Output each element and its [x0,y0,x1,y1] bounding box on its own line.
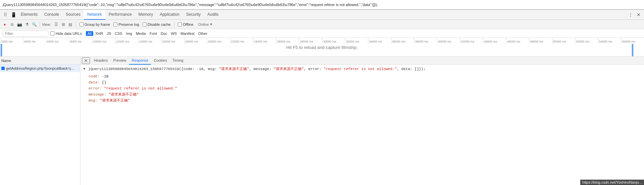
filter-manifest[interactable]: Manifest [179,31,196,36]
tab-memory[interactable]: Memory [135,10,156,20]
request-item[interactable]: getAddressRegion.php?jsonpcallback=jQuer… [0,65,80,72]
ruler-tick: 52000 ms [575,38,598,44]
filter-ws[interactable]: WS [169,31,178,36]
response-field-message: message: "请求来源不正确" [83,91,641,98]
ruler-tick: 6000 ms [46,38,69,44]
preserve-log-input[interactable] [113,22,117,26]
filter-css[interactable]: CSS [113,31,124,36]
network-toolbar: ● ⊘ 📷 ⚗ 🔍 View: ☰ ⊞ ▤ Group by frame Pre… [0,20,644,29]
ruler-tick: 16000 ms [161,38,184,44]
tab-performance[interactable]: Performance [105,10,135,20]
disable-cache-input[interactable] [143,22,147,26]
ruler-tick: 12000 ms [115,38,138,44]
request-icon [1,67,5,70]
detail-tab-headers[interactable]: Headers [91,57,111,65]
mobile-icon[interactable]: 📱 [9,11,17,19]
screenshot-view-icon[interactable]: ▤ [67,21,74,28]
timeline-ruler: 2000 ms4000 ms6000 ms8000 ms10000 ms1200… [0,38,644,44]
val-message: "请求来源不正确" [108,92,139,97]
tab-right-icons: ⋮ ✕ [627,11,643,19]
ruler-tick: 36000 ms [391,38,414,44]
ruler-tick: 50000 ms [552,38,575,44]
timeline-right-marker [632,44,634,56]
more-tabs-icon[interactable]: ⋮ [627,11,635,19]
filter-font[interactable]: Font [148,31,159,36]
detail-panel: ✕ Headers Preview Response Cookies Timin… [80,57,644,185]
tab-network[interactable]: Network [84,10,105,20]
ruler-tick: 18000 ms [184,38,207,44]
filter-img[interactable]: Img [124,31,134,36]
key-data: data: [89,80,100,84]
filter-media[interactable]: Media [134,31,148,36]
detail-close-button[interactable]: ✕ [82,57,90,64]
ruler-tick: 56000 ms [621,38,644,44]
val-code: -10 [102,74,109,78]
filter-button[interactable]: ⚗ [23,21,30,28]
ruler-tick: 28000 ms [299,38,322,44]
online-dropdown[interactable]: Online ▼ [196,21,216,28]
ruler-tick: 40000 ms [437,38,460,44]
list-view-icon[interactable]: ☰ [53,21,60,28]
filter-all[interactable]: All [86,31,93,36]
search-button[interactable]: 🔍 [31,21,38,28]
ruler-tick: 34000 ms [368,38,391,44]
page-content-text: jQuery111305980845644014263_150587776541… [3,3,378,7]
tab-audits[interactable]: Audits [204,10,222,20]
separator-1 [40,21,40,27]
ruler-tick: 22000 ms [230,38,253,44]
response-field-code: code: -10 [83,73,641,79]
preserve-log-checkbox[interactable]: Preserve log [112,22,141,26]
request-list: Name getAddressRegion.php?jsonpcallback=… [0,57,80,185]
triangle-icon: ▼ [83,67,86,71]
detail-tab-timing[interactable]: Timing [170,57,186,65]
ruler-tick: 54000 ms [598,38,621,44]
detail-tab-preview[interactable]: Preview [111,57,129,65]
filter-other[interactable]: Other [197,31,209,36]
record-button[interactable]: ● [1,21,8,28]
group-by-frame-input[interactable] [79,22,84,26]
view-icons: ☰ ⊞ ▤ [53,21,74,28]
tab-sources[interactable]: Sources [62,10,84,20]
tab-elements[interactable]: Elements [17,10,41,20]
filter-input[interactable] [2,30,49,37]
request-name: getAddressRegion.php?jsonpcallback=jQuer… [6,66,76,70]
filter-js[interactable]: JS [105,31,113,36]
tab-console[interactable]: Console [41,10,62,20]
group-by-frame-checkbox[interactable]: Group by frame [78,22,111,26]
offline-checkbox[interactable]: Offline [176,22,195,26]
detail-tab-response[interactable]: Response [129,57,151,65]
hide-data-urls-checkbox[interactable]: Hide data URLs [50,31,82,36]
key-code: code: [89,74,100,78]
screenshot-button[interactable]: 📷 [16,21,23,28]
clear-button[interactable]: ⊘ [9,21,15,28]
response-field-error: error: "request referer is not allowed." [83,85,641,91]
offline-input[interactable] [178,22,182,26]
dock-icon[interactable]: ⠿ [1,11,9,19]
timeline-left-marker [0,44,2,56]
val-data: [] [102,80,106,84]
ruler-tick: 30000 ms [322,38,345,44]
ruler-tick: 32000 ms [345,38,368,44]
val-msg: "请求来源不正确" [100,99,130,103]
val-error: "request referer is not allowed." [104,86,177,90]
close-devtools-icon[interactable]: ✕ [635,11,643,19]
separator-2 [76,21,76,27]
ruler-tick: 10000 ms [92,38,115,44]
filter-bar: Hide data URLs All XHR JS CSS Img Media … [0,29,644,38]
disable-cache-checkbox[interactable]: Disable cache [141,22,172,26]
ruler-tick: 8000 ms [69,38,92,44]
filter-doc[interactable]: Doc [159,31,169,36]
hide-data-urls-input[interactable] [50,31,55,36]
grid-view-icon[interactable]: ⊞ [60,21,67,28]
page-content-bar: jQuery111305980845644014263_150587776541… [0,0,644,9]
tab-application[interactable]: Application [156,10,183,20]
tab-security[interactable]: Security [183,10,204,20]
ruler-tick: 20000 ms [207,38,230,44]
filter-xhr[interactable]: XHR [94,31,105,36]
response-summary: ▼ jQuery111305980845644014263_1505877765… [83,66,641,72]
detail-tabs: ✕ Headers Preview Response Cookies Timin… [80,57,644,65]
response-field-data: data: [] [83,79,641,85]
ruler-tick: 2000 ms [0,38,23,44]
separator-3 [174,21,174,27]
detail-tab-cookies[interactable]: Cookies [151,57,170,65]
